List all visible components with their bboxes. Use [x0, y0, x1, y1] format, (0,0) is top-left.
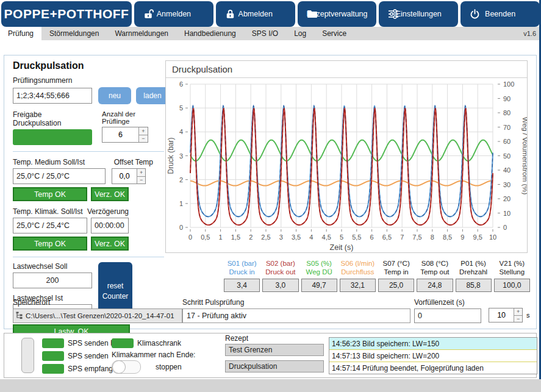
sensor-v21: V21 (%)Stellung100,0 — [494, 259, 530, 292]
x-tick-label: 7 — [400, 233, 404, 241]
temp-medium-ok-button[interactable]: Temp OK — [13, 187, 87, 201]
drag-handle[interactable] — [21, 338, 34, 373]
anzahl-decrement-button[interactable]: − — [139, 135, 148, 143]
einstellungen-button[interactable]: Einstellungen — [379, 1, 458, 27]
abmelden-button-label: Abmelden — [238, 10, 273, 18]
tab-log[interactable]: Log — [286, 27, 314, 40]
sensor-name: Drehzahl — [456, 268, 492, 276]
vorfuellzeit-spinner-group: + − s — [489, 308, 530, 323]
laden-button[interactable]: laden — [136, 87, 169, 104]
tab-st-rmeldungen[interactable]: Störmeldungen — [41, 27, 107, 40]
sensor-s01: S01 (bar)Druck in3,4 — [224, 259, 260, 292]
lastwechsel-soll-label: Lastwechsel Soll — [13, 262, 92, 271]
vorfuell-decrement-button[interactable]: − — [514, 315, 522, 323]
x-tick-label: 5,5 — [352, 233, 361, 241]
pruefling-input[interactable] — [13, 88, 92, 104]
version-label: v1.6 — [518, 27, 541, 40]
right-tick-label: 100 — [503, 80, 514, 88]
status-led — [42, 351, 64, 361]
log-row[interactable]: 14:57:14 Prüfung beendet, Folgeprüfung l… — [329, 362, 537, 374]
klimaschrank-status-led — [112, 338, 134, 348]
abmelden-button[interactable]: Abmelden — [216, 1, 295, 27]
sensor-readouts: S01 (bar)Druck in3,4S02 (bar)Druck out3,… — [224, 259, 530, 292]
temp-klimak-value[interactable] — [13, 218, 87, 233]
speicherort-path[interactable]: C:\Users\...\Test Grenzen\2020-01-20_14-… — [13, 308, 182, 323]
rezept-group: Rezept Test Grenzen Druckpulsation — [225, 334, 324, 377]
page-title: Druckpulsation — [13, 60, 164, 71]
sensor-value: 24,8 — [417, 279, 453, 292]
sensor-name: Durchfluss — [340, 268, 376, 276]
tab-pr-fung[interactable]: Prüfung — [0, 27, 41, 40]
right-tick-label: 80 — [503, 109, 511, 116]
sensor-value: 3,0 — [262, 279, 298, 292]
lastwechsel-soll-input[interactable] — [13, 273, 92, 288]
rezept-type-box[interactable]: Druckpulsation — [225, 360, 324, 372]
schritt-value: 17 - Prüfung aktiv — [182, 308, 410, 323]
x-tick-label: 0 — [188, 233, 192, 241]
x-tick-label: 8,5 — [443, 233, 452, 241]
tab-list: PrüfungStörmeldungenWarnmeldungenHandbed… — [0, 27, 354, 40]
sensor-p01: P01 (%)Drehzahl85,8 — [456, 259, 492, 292]
main-panel: Druckpulsation Prüflingsnummern neu lade… — [4, 55, 537, 329]
sensor-name: Temp out — [417, 268, 453, 276]
beenden-button-label: Beenden — [485, 10, 515, 18]
x-tick-label: 3 — [279, 233, 283, 241]
sensor-value: 100,0 — [494, 279, 530, 292]
left-tick-label: 5 — [179, 104, 183, 112]
tab-warnmeldungen[interactable]: Warnmeldungen — [107, 27, 176, 40]
offset-decrement-button[interactable]: − — [137, 176, 145, 184]
rezeptverwaltung-button[interactable]: Rezeptverwaltung — [298, 1, 377, 27]
rezept-name-box[interactable]: Test Grenzen — [225, 344, 324, 356]
klimakammer-toggle[interactable] — [112, 360, 141, 374]
tab-handbedienung[interactable]: Handbedienung — [176, 27, 244, 40]
anzahl-input[interactable] — [102, 127, 138, 142]
vorfuellzeit-input[interactable] — [414, 308, 481, 323]
sensor-value: 3,4 — [224, 279, 260, 292]
x-tick-label: 7,5 — [412, 233, 421, 241]
vorfuellzeit-spinner-input[interactable] — [489, 308, 514, 322]
x-tick-label: 10 — [489, 233, 496, 241]
power-icon — [469, 9, 481, 20]
temp-klimak-verz-ok-button[interactable]: Verz. OK — [91, 237, 129, 251]
offset-temp-input[interactable] — [112, 169, 137, 184]
status-led — [42, 364, 64, 374]
verzoegerung-value[interactable] — [91, 218, 129, 233]
sensor-id-label: S01 (bar) — [224, 259, 260, 268]
folder-tree-icon — [16, 312, 23, 320]
klimakammer-toggle-value: stoppen — [156, 363, 182, 371]
x-tick-label: 8 — [431, 233, 434, 241]
log-row[interactable]: 14:56:23 Bild speichern: LW=150 — [329, 338, 537, 350]
sensor-name: Druck out — [262, 268, 298, 276]
log-row[interactable]: 14:57:13 Bild speichern: LW=200 — [329, 350, 537, 362]
sensor-id-label: S02 (bar) — [262, 259, 298, 268]
sensor-id-label: S06 (l/min) — [340, 259, 376, 268]
neu-button[interactable]: neu — [98, 87, 131, 104]
temp-medium-verz-ok-button[interactable]: Verz. OK — [91, 187, 129, 201]
x-tick-label: 6 — [370, 233, 374, 241]
x-axis-label: Zeit (s) — [330, 243, 354, 252]
left-tick-label: 0 — [179, 224, 183, 231]
beenden-button[interactable]: Beenden — [460, 1, 540, 27]
app-window: POPPE+POTTHOFF Anmelden Abmelden Rezeptv… — [0, 0, 541, 392]
sensor-name: Stellung — [494, 268, 530, 276]
schritt-label: Schritt Pulsprüfung — [182, 298, 410, 307]
temp-klimak-ok-button[interactable]: Temp OK — [13, 237, 87, 251]
sensor-value: 85,8 — [456, 279, 492, 292]
tab-service[interactable]: Service — [314, 27, 354, 40]
vorfuell-increment-button[interactable]: + — [514, 308, 522, 315]
tab-sps-i-o[interactable]: SPS I/O — [244, 27, 286, 40]
anmelden-button[interactable]: Anmelden — [134, 1, 213, 27]
x-tick-label: 5 — [340, 233, 343, 241]
right-tick-label: 30 — [503, 181, 511, 188]
offset-increment-button[interactable]: + — [137, 169, 145, 176]
klimaschrank-label: Klimaschrank — [137, 339, 181, 347]
verzoegerung-label: Verzögerung — [87, 207, 129, 216]
sensor-id-label: S07 (°C) — [378, 259, 414, 268]
offset-temp-label: Offset Temp — [114, 158, 153, 166]
rezept-label: Rezept — [225, 334, 324, 343]
y-axis-right-label: Weg / Volumenstrom (%) — [521, 117, 527, 195]
right-tick-label: 70 — [503, 124, 511, 131]
sensor-s08: S08 (°C)Temp out24,8 — [417, 259, 453, 292]
anzahl-increment-button[interactable]: + — [139, 127, 148, 135]
temp-medium-value[interactable] — [13, 168, 106, 184]
